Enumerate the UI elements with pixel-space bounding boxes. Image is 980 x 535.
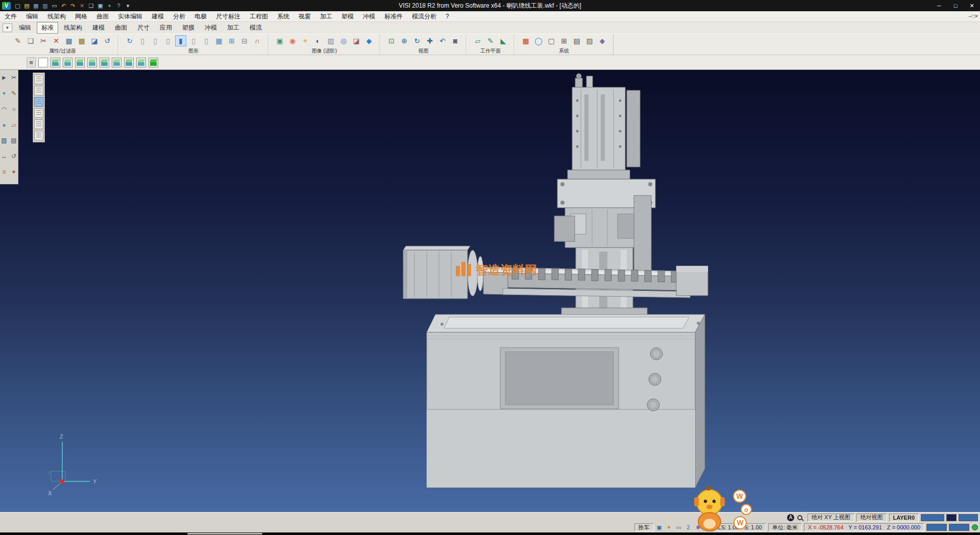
grid-sheet-icon[interactable]: ▦ bbox=[213, 35, 225, 46]
open-file-icon[interactable]: ▤ bbox=[22, 2, 31, 10]
color-swatch[interactable] bbox=[946, 514, 957, 521]
save-file-icon[interactable]: ▦ bbox=[32, 2, 40, 10]
curve-icon[interactable]: ◠ bbox=[0, 105, 8, 113]
page-2-icon[interactable]: ▯ bbox=[150, 35, 161, 46]
attributes-edit-icon[interactable]: ✎ bbox=[12, 35, 23, 46]
filter-reset-icon[interactable]: ↺ bbox=[102, 35, 113, 46]
magnifier-icon[interactable] bbox=[797, 515, 802, 520]
color-swatch[interactable] bbox=[926, 524, 947, 531]
circle-icon[interactable]: ○ bbox=[10, 105, 18, 113]
render-mode-icon[interactable]: ▣ bbox=[274, 35, 285, 46]
menu-item[interactable]: 工程图 bbox=[245, 11, 273, 22]
taskbar-item[interactable] bbox=[187, 533, 262, 534]
rotate-view-icon[interactable]: ↻ bbox=[411, 35, 423, 46]
printer-status-icon[interactable]: ▭ bbox=[675, 523, 683, 531]
workplane-standard-icon[interactable]: ▱ bbox=[472, 35, 483, 46]
palette-icon[interactable]: ✦ bbox=[10, 168, 18, 176]
doc-close-button[interactable]: ✕ bbox=[974, 12, 978, 20]
toolbar-tab[interactable]: 尺寸 bbox=[133, 22, 154, 34]
menu-item[interactable]: 塑模 bbox=[337, 11, 358, 22]
units-indicator[interactable]: 单位: 毫米 bbox=[768, 523, 802, 531]
new-file-icon[interactable]: ▢ bbox=[13, 2, 22, 10]
minimize-button[interactable]: ─ bbox=[931, 0, 947, 11]
shaded-mode-icon[interactable]: ▮ bbox=[175, 35, 186, 46]
view-mode-indicator[interactable]: 绝对 XY 上视图 bbox=[807, 514, 854, 522]
top-view-icon[interactable] bbox=[63, 58, 72, 67]
menu-item[interactable]: 加工 bbox=[315, 11, 337, 22]
box-list-2-icon[interactable]: ⊟ bbox=[239, 35, 250, 46]
flag-icon[interactable]: ✦ bbox=[665, 523, 673, 531]
wireframe-toggle-icon[interactable] bbox=[38, 58, 48, 67]
monitor-icon[interactable]: ▢ bbox=[546, 35, 557, 46]
sphere-icon[interactable]: ● bbox=[0, 121, 8, 129]
maximize-button[interactable]: □ bbox=[947, 0, 964, 11]
eraser-icon[interactable]: ▱ bbox=[10, 121, 18, 129]
scissors-icon[interactable]: ✂ bbox=[10, 74, 18, 82]
back-view-icon[interactable] bbox=[112, 58, 121, 67]
redraw-icon[interactable]: ↻ bbox=[124, 35, 135, 46]
menu-item[interactable]: 编辑 bbox=[21, 11, 43, 22]
screen-lock-icon[interactable]: ▣ bbox=[655, 523, 664, 531]
bottom-view-icon[interactable] bbox=[124, 58, 134, 67]
filter-elements-icon[interactable]: ◪ bbox=[89, 35, 100, 46]
color-swatch[interactable] bbox=[949, 524, 969, 531]
menu-item[interactable]: 曲面 bbox=[92, 11, 113, 22]
measure-icon[interactable]: + bbox=[105, 2, 114, 10]
undo-icon[interactable]: ↶ bbox=[59, 2, 68, 10]
snap-toggle[interactable]: 拴车 bbox=[634, 523, 654, 531]
front-view-icon[interactable] bbox=[75, 58, 85, 67]
color-grid-icon[interactable]: ▦ bbox=[520, 35, 531, 46]
page-3-icon[interactable]: ▯ bbox=[162, 35, 174, 46]
box-list-icon[interactable]: ⊞ bbox=[226, 35, 237, 46]
menu-item[interactable]: ? bbox=[441, 11, 454, 22]
attributes-copy-icon[interactable]: ❏ bbox=[25, 35, 36, 46]
visibility-eye-icon[interactable]: ◎ bbox=[338, 35, 349, 46]
camera-icon[interactable]: ◙ bbox=[450, 35, 461, 46]
settings-grid-icon[interactable]: ▤ bbox=[571, 35, 582, 46]
color-swatch[interactable] bbox=[959, 514, 978, 521]
previous-view-icon[interactable]: ↶ bbox=[437, 35, 448, 46]
menu-item[interactable]: 电极 bbox=[190, 11, 211, 22]
redo-icon[interactable]: ↷ bbox=[68, 2, 77, 10]
assist-badge-icon[interactable]: A bbox=[787, 514, 794, 521]
droplet-icon[interactable]: ◆ bbox=[363, 35, 375, 46]
pan-view-icon[interactable]: ✚ bbox=[424, 35, 435, 46]
menu-item[interactable]: 实体编辑 bbox=[113, 11, 147, 22]
dimension-icon[interactable]: ↔ bbox=[0, 152, 8, 160]
select-arrow-icon[interactable]: ► bbox=[0, 74, 8, 82]
help-icon[interactable]: ? bbox=[114, 2, 123, 10]
page-1-icon[interactable]: ▯ bbox=[137, 35, 148, 46]
zoom-window-icon[interactable]: ⊕ bbox=[399, 35, 410, 46]
menu-item[interactable]: 分析 bbox=[168, 11, 190, 22]
layers-icon[interactable]: ≡ bbox=[0, 168, 8, 176]
left-view-icon[interactable] bbox=[100, 58, 109, 67]
hatch-icon[interactable]: ▨ bbox=[584, 35, 595, 46]
delete-icon[interactable]: ✕ bbox=[78, 2, 86, 10]
snap-point-icon[interactable]: + bbox=[0, 89, 8, 98]
tab-dropdown-icon[interactable]: ▼ bbox=[3, 23, 12, 32]
zoom-extents-icon[interactable]: ⊡ bbox=[386, 35, 397, 46]
menu-item[interactable]: 建模 bbox=[147, 11, 168, 22]
workplane-edit-icon[interactable]: ✎ bbox=[485, 35, 496, 46]
save-all-icon[interactable]: ▥ bbox=[41, 2, 50, 10]
menu-item[interactable]: 网格 bbox=[70, 11, 92, 22]
pencil-icon[interactable]: ✎ bbox=[10, 89, 18, 98]
absolute-view-indicator[interactable]: 绝对视图 bbox=[856, 514, 887, 522]
toolbar-tab[interactable]: 标准 bbox=[37, 22, 58, 34]
workplane-view-icon[interactable]: ◣ bbox=[498, 35, 509, 46]
shadow-icon[interactable]: ◐ bbox=[312, 35, 324, 46]
texture-icon[interactable]: ▨ bbox=[325, 35, 336, 46]
undo-dock-icon[interactable]: ↺ bbox=[10, 152, 18, 160]
history-panel-icon[interactable] bbox=[34, 108, 43, 118]
section-icon[interactable]: ◪ bbox=[351, 35, 362, 46]
info-panel-icon[interactable] bbox=[34, 86, 43, 95]
color-swatch[interactable] bbox=[921, 514, 944, 521]
unmask-elements-icon[interactable]: ▩ bbox=[76, 35, 87, 46]
sheet-icon[interactable]: ▤ bbox=[10, 136, 18, 144]
toolbar-tab[interactable]: 编辑 bbox=[14, 22, 36, 34]
magnet-icon[interactable]: ∩ bbox=[252, 35, 263, 46]
print-icon[interactable]: ▭ bbox=[50, 2, 59, 10]
solid-box-icon[interactable]: ▧ bbox=[0, 136, 8, 144]
material-icon[interactable]: ◉ bbox=[287, 35, 298, 46]
toolbar-tab[interactable]: 模流 bbox=[245, 22, 266, 34]
